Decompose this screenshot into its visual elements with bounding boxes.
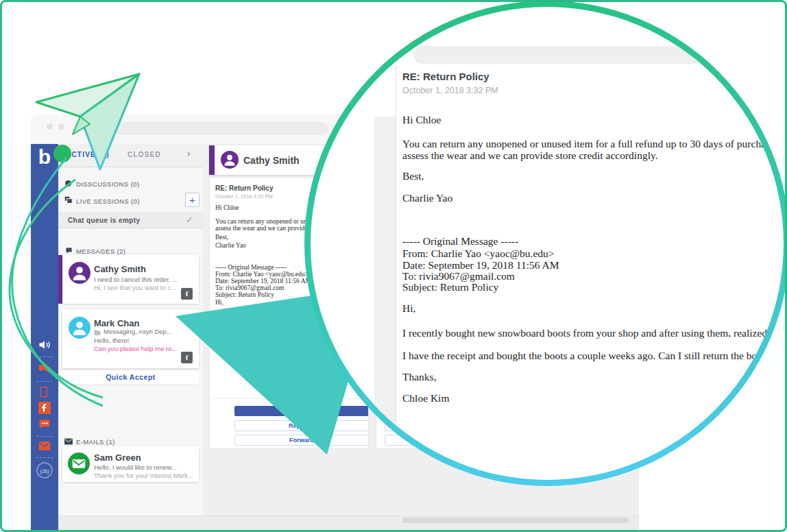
email-line: ----- Original Message ----- — [402, 235, 518, 247]
sidebar-rail: b (JS) — [31, 144, 58, 532]
add-session-button[interactable]: + — [185, 193, 199, 207]
email-line: Charlie Yao — [402, 192, 452, 204]
email-preview: Thank you for your interest Mark... — [94, 472, 193, 479]
message-preview-unread: Can you please help me re... — [94, 345, 177, 352]
email-line: From: Charlie Yao <yaoc@bu.edu> — [402, 247, 555, 260]
chat-bubbles-icon[interactable] — [38, 362, 51, 376]
reply-all-button[interactable]: Reply All — [234, 420, 369, 431]
email-line: ----- Original Message ----- — [215, 264, 287, 271]
divider — [36, 356, 53, 357]
conversation-card-cathy[interactable]: Cathy Smith I need to cancel this order,… — [62, 255, 199, 304]
avatar — [69, 317, 90, 339]
contact-name: Cathy Smith — [94, 264, 146, 274]
email-line: Hi Chloe — [402, 114, 441, 126]
window-dot — [47, 123, 53, 130]
email-line: Date: September 19, 2018 11:56 AM — [215, 278, 311, 285]
emails-label[interactable]: E-MAILS (1) — [76, 438, 115, 446]
tab-bar: ACTIVE (3) CLOSED › — [58, 144, 203, 167]
unread-indicator — [186, 317, 193, 324]
magnified-address-bar — [413, 46, 784, 64]
email-line: Charlie Yao — [215, 242, 246, 249]
email-line: Subject: Return Policy — [402, 281, 498, 293]
email-card-sam[interactable]: Sam Green Hello, I would like to renew..… — [62, 446, 199, 482]
email-line: You can return any unopened or unused it… — [402, 138, 777, 150]
conversation-meta: Messaging, Asyn Dep... — [104, 328, 172, 335]
tab-closed[interactable]: CLOSED — [128, 151, 161, 158]
discussions-label[interactable]: DISSCUSSIONS (0) — [76, 180, 139, 188]
chat-contact-name: Cathy Smith — [243, 155, 300, 166]
divider — [58, 516, 639, 516]
divider — [36, 381, 53, 382]
message-preview: Hi, I see that you want to c... — [94, 284, 176, 291]
channel-accent-bar — [209, 145, 215, 175]
facebook-channel-icon: f — [181, 288, 193, 300]
chevron-right-icon[interactable]: › — [186, 147, 191, 160]
message-preview: I need to cancel this order, ... — [94, 276, 178, 283]
email-line: Chloe Kim — [215, 345, 244, 352]
email-line: I have the receipt and bought the boots … — [402, 350, 769, 362]
divider — [36, 436, 53, 437]
divider — [36, 457, 53, 458]
reply-button[interactable]: Reply — [234, 406, 369, 416]
contact-name: Sam Green — [94, 452, 141, 463]
address-bar — [114, 122, 328, 135]
email-line: To: rivia9067@gmail.com — [215, 285, 284, 291]
email-line: Subject: Return Policy — [215, 291, 274, 298]
facebook-icon[interactable] — [38, 402, 51, 414]
email-line: From: Charlie Yao <yaoc@bu.edu> — [215, 271, 308, 278]
chat-queue-text: Chat queue is empty — [68, 217, 140, 224]
email-line: assess the wear and we can provide store… — [402, 149, 658, 162]
discussions-icon — [65, 180, 71, 186]
contact-export-icon[interactable] — [38, 385, 51, 399]
email-line: Best, — [215, 234, 228, 241]
forward-button[interactable]: Forward — [234, 435, 369, 446]
divider — [210, 398, 368, 399]
lens-viewport: RE: Return Policy October 1, 2018 3:32 P… — [311, 7, 784, 480]
envelope-icon[interactable] — [38, 439, 51, 453]
messages-icon — [65, 247, 73, 254]
chat-dots-icon[interactable] — [38, 418, 51, 431]
email-date: October 1, 2018 3:32 PM — [215, 193, 273, 200]
conversation-card-mark[interactable]: Mark Chan Messaging, Asyn Dep... Hello, … — [62, 310, 199, 368]
email-subject: RE: Return Policy — [215, 184, 273, 192]
email-line: Thanks, — [215, 333, 236, 340]
avatar — [68, 452, 90, 474]
email-line: Hi, — [402, 302, 415, 315]
green-status-dot — [53, 145, 71, 162]
divider — [396, 63, 396, 480]
contact-name: Mark Chan — [94, 318, 139, 328]
email-subject-magnified: RE: Return Policy — [402, 71, 489, 82]
email-line: Thanks, — [402, 371, 437, 383]
live-sessions-label[interactable]: LIVE SESSIONS (0) — [76, 197, 140, 205]
check-icon: ✓ — [186, 215, 193, 225]
folder-icon — [94, 329, 101, 335]
email-date-magnified: October 1, 2018 3:32 PM — [402, 86, 498, 95]
emails-icon — [64, 438, 73, 445]
email-line: I recently bought new snowboard boots fr… — [402, 327, 783, 339]
avatar — [221, 151, 239, 169]
live-sessions-icon — [64, 196, 73, 204]
message-preview: Hello, there! — [94, 337, 129, 344]
messages-label[interactable]: MESSAGES (2) — [76, 247, 125, 255]
email-line: Best, — [402, 170, 424, 182]
quick-accept-button[interactable]: Quick Accept — [62, 370, 199, 385]
window-dot — [58, 123, 64, 130]
volume-icon[interactable] — [38, 338, 51, 352]
email-line: Hi, — [215, 299, 223, 306]
email-line: Hi Chloe — [215, 204, 239, 211]
email-line: Chloe Kim — [402, 392, 449, 404]
magnifier-lens: RE: Return Policy October 1, 2018 3:32 P… — [304, 1, 787, 486]
app-screenshot: b (JS) — [0, 0, 787, 532]
email-preview: Hello, I would like to renew... — [94, 463, 176, 471]
horizontal-scrollbar[interactable] — [402, 518, 629, 523]
chat-queue-banner: Chat queue is empty ✓ — [58, 212, 203, 228]
facebook-channel-icon: f — [181, 352, 193, 363]
avatar — [69, 262, 90, 284]
red-status-dot — [99, 147, 106, 153]
conversations-panel: ACTIVE (3) CLOSED › DISSCUSSIONS (0) LIV… — [58, 144, 203, 532]
js-status-badge[interactable]: (JS) — [36, 462, 53, 479]
